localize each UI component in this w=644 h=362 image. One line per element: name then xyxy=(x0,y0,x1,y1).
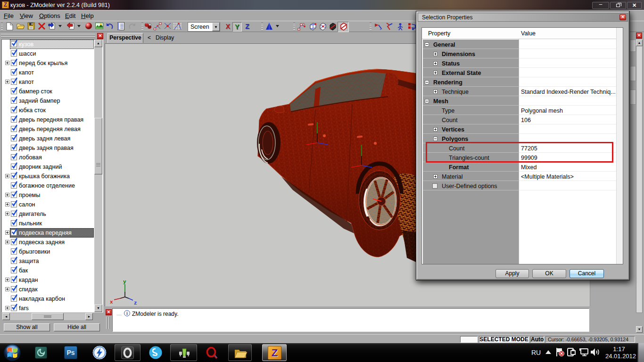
svg-text:x: x xyxy=(110,299,113,305)
svg-text:z: z xyxy=(134,300,137,306)
svg-text:y: y xyxy=(123,279,126,285)
